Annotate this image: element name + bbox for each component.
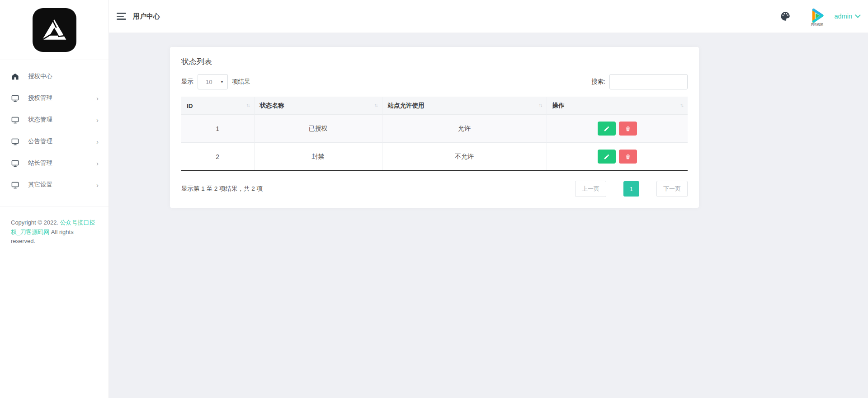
cell-id: 1 xyxy=(181,115,254,143)
select-arrow-icon: ▼ xyxy=(220,80,224,84)
chevron-right-icon: › xyxy=(96,117,99,123)
table-header-row: ID↑↓ 状态名称↑↓ 站点允许使用↑↓ 操作↑↓ xyxy=(181,97,688,115)
theme-palette-button[interactable] xyxy=(779,10,791,22)
sidebar-item-announce-manage[interactable]: 公告管理 › xyxy=(0,131,108,152)
monitor-icon xyxy=(11,181,19,189)
page-length-control: 显示 10 ▼ 项结果 xyxy=(181,74,250,89)
edit-button[interactable] xyxy=(598,150,616,164)
sort-icon: ↑↓ xyxy=(374,102,377,108)
cell-actions xyxy=(547,143,688,171)
sidebar-item-label: 状态管理 xyxy=(28,116,96,124)
search-label: 搜索: xyxy=(591,78,605,86)
topbar: 用户中心 腾讯视频 admin xyxy=(109,0,868,33)
tencent-video-logo-icon: 腾讯视频 xyxy=(807,6,827,27)
copyright-prefix: Copyright © 2022. xyxy=(11,219,60,226)
table-row: 2 封禁 不允许 xyxy=(181,143,688,171)
status-list-card: 状态列表 显示 10 ▼ 项结果 搜索: ID↑↓ 状态名称↑↓ xyxy=(170,47,699,208)
trash-icon xyxy=(625,154,631,160)
trash-icon xyxy=(625,126,631,132)
cell-site-allow: 允许 xyxy=(382,115,547,143)
sidebar: 授权中心 授权管理 › 状态管理 › 公告管理 › xyxy=(0,0,109,398)
search-input[interactable] xyxy=(609,74,688,89)
table-info: 显示第 1 至 2 项结果，共 2 项 xyxy=(181,185,263,193)
monitor-icon xyxy=(11,159,19,168)
sidebar-item-label: 站长管理 xyxy=(28,159,96,167)
sidebar-item-label: 授权管理 xyxy=(28,94,96,102)
pagination: 上一页 1 下一页 xyxy=(575,181,688,197)
sidebar-item-other-settings[interactable]: 其它设置 › xyxy=(0,174,108,196)
main-content: 状态列表 显示 10 ▼ 项结果 搜索: ID↑↓ 状态名称↑↓ xyxy=(109,33,868,398)
user-avatar[interactable]: 腾讯视频 xyxy=(807,6,827,27)
sort-icon: ↑↓ xyxy=(539,102,542,108)
sort-icon: ↑↓ xyxy=(680,102,683,108)
monitor-icon xyxy=(11,137,19,146)
chevron-right-icon: › xyxy=(96,95,99,102)
sidebar-toggle-button[interactable] xyxy=(117,11,126,22)
logo-container xyxy=(0,0,108,60)
page-title: 用户中心 xyxy=(133,12,160,21)
sort-icon: ↑↓ xyxy=(246,102,250,108)
home-icon xyxy=(11,72,19,81)
sidebar-item-status-manage[interactable]: 状态管理 › xyxy=(0,109,108,131)
prev-page-button[interactable]: 上一页 xyxy=(575,181,606,197)
avatar-caption: 腾讯视频 xyxy=(811,23,823,26)
sidebar-item-label: 其它设置 xyxy=(28,181,96,189)
sidebar-item-label: 公告管理 xyxy=(28,137,96,145)
delete-button[interactable] xyxy=(619,122,637,136)
copyright-text: Copyright © 2022. 公众号接口授权_刀客源码网 All righ… xyxy=(0,206,108,246)
header-id[interactable]: ID↑↓ xyxy=(181,97,254,115)
search-control: 搜索: xyxy=(591,74,688,89)
cell-site-allow: 不允许 xyxy=(382,143,547,171)
chevron-down-icon xyxy=(855,12,861,18)
chevron-right-icon: › xyxy=(96,182,99,188)
header-site-allow[interactable]: 站点允许使用↑↓ xyxy=(382,97,547,115)
monitor-icon xyxy=(11,116,19,124)
sidebar-menu: 授权中心 授权管理 › 状态管理 › 公告管理 › xyxy=(0,60,108,196)
next-page-button[interactable]: 下一页 xyxy=(656,181,688,197)
app-logo[interactable] xyxy=(33,8,76,52)
sidebar-item-webmaster-manage[interactable]: 站长管理 › xyxy=(0,152,108,174)
cell-id: 2 xyxy=(181,143,254,171)
card-title: 状态列表 xyxy=(181,56,688,67)
sidebar-item-label: 授权中心 xyxy=(28,72,99,80)
sidebar-item-auth-center[interactable]: 授权中心 xyxy=(0,66,108,87)
chevron-right-icon: › xyxy=(96,160,99,167)
drive-logo-icon xyxy=(39,15,69,45)
header-status-name[interactable]: 状态名称↑↓ xyxy=(254,97,382,115)
pencil-icon xyxy=(604,126,610,132)
length-suffix-label: 项结果 xyxy=(232,78,250,86)
chevron-right-icon: › xyxy=(96,138,99,145)
cell-actions xyxy=(547,115,688,143)
edit-button[interactable] xyxy=(598,122,616,136)
table-row: 1 已授权 允许 xyxy=(181,115,688,143)
status-table: ID↑↓ 状态名称↑↓ 站点允许使用↑↓ 操作↑↓ 1 已授权 允许 xyxy=(181,97,688,171)
length-prefix-label: 显示 xyxy=(181,78,193,86)
palette-icon xyxy=(779,10,791,22)
sidebar-item-auth-manage[interactable]: 授权管理 › xyxy=(0,87,108,109)
cell-status-name: 已授权 xyxy=(254,115,382,143)
page-length-select[interactable]: 10 ▼ xyxy=(198,74,228,89)
current-page-button[interactable]: 1 xyxy=(623,181,639,197)
username: admin xyxy=(835,13,853,20)
delete-button[interactable] xyxy=(619,150,637,164)
monitor-icon xyxy=(11,94,19,103)
cell-status-name: 封禁 xyxy=(254,143,382,171)
header-actions[interactable]: 操作↑↓ xyxy=(547,97,688,115)
user-menu-dropdown[interactable]: admin xyxy=(835,13,860,20)
pencil-icon xyxy=(604,154,610,160)
length-value: 10 xyxy=(206,79,212,85)
